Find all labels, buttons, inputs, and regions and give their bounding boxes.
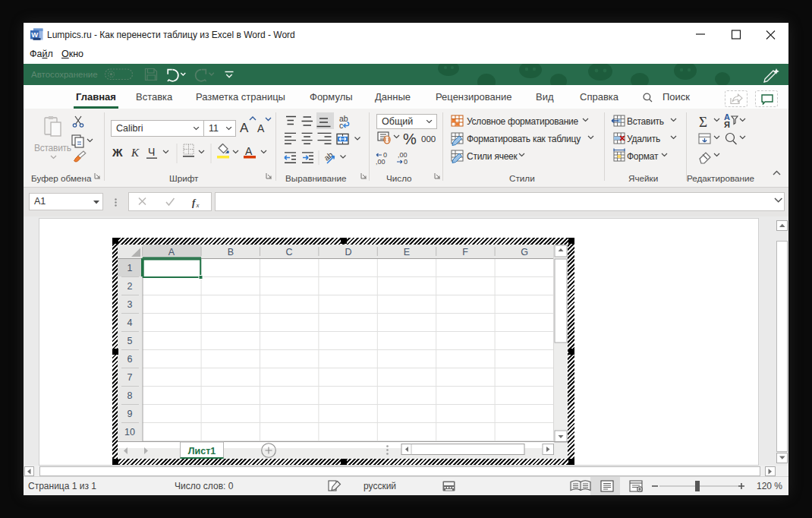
svg-text:2: 2: [127, 281, 132, 292]
svg-text:%: %: [403, 131, 417, 147]
svg-text:Лист1: Лист1: [187, 446, 216, 456]
svg-text:Ч: Ч: [148, 146, 155, 158]
svg-text:К: К: [131, 147, 140, 159]
svg-text:10: 10: [124, 427, 135, 437]
svg-text:А: А: [240, 121, 249, 135]
svg-text:А: А: [245, 145, 253, 157]
svg-text:D: D: [345, 247, 351, 257]
svg-text:Ж: Ж: [112, 146, 123, 159]
svg-text:Я: Я: [724, 120, 730, 129]
svg-text:9: 9: [127, 409, 132, 419]
svg-text:Σ: Σ: [699, 114, 707, 130]
svg-text:8: 8: [127, 390, 132, 401]
svg-text:4: 4: [127, 317, 132, 328]
svg-text:,00: ,00: [376, 158, 386, 166]
svg-text:C: C: [285, 247, 292, 257]
svg-text:A: A: [168, 247, 175, 257]
svg-text:000: 000: [421, 134, 436, 144]
svg-text:А: А: [257, 122, 265, 134]
svg-text:x: x: [196, 201, 200, 209]
svg-text:6: 6: [127, 354, 132, 365]
svg-text:B: B: [227, 247, 233, 257]
svg-text:E: E: [403, 247, 409, 257]
svg-text:3: 3: [127, 299, 132, 310]
svg-text:W: W: [31, 30, 38, 39]
svg-text:F: F: [462, 247, 468, 257]
svg-text:0: 0: [404, 158, 408, 166]
svg-text:1: 1: [127, 263, 132, 273]
svg-text:G: G: [521, 247, 528, 257]
svg-text:7: 7: [127, 372, 132, 383]
svg-text:5: 5: [127, 336, 132, 346]
svg-text:c: c: [339, 121, 343, 130]
